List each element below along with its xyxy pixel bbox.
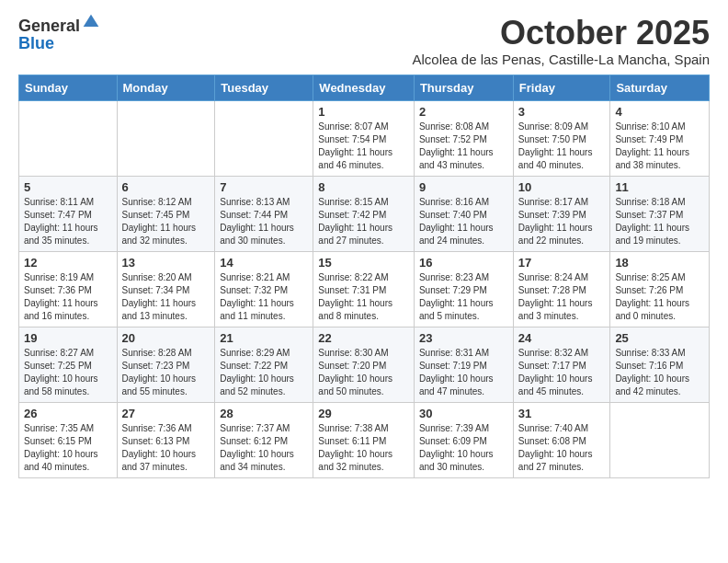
calendar-cell: 6Sunrise: 8:12 AM Sunset: 7:45 PM Daylig… [117, 176, 215, 251]
day-info: Sunrise: 8:08 AM Sunset: 7:52 PM Dayligh… [419, 121, 508, 172]
day-info: Sunrise: 8:33 AM Sunset: 7:16 PM Dayligh… [615, 347, 704, 398]
day-number: 21 [220, 331, 308, 345]
week-row-1: 5Sunrise: 8:11 AM Sunset: 7:47 PM Daylig… [19, 176, 710, 251]
week-row-3: 19Sunrise: 8:27 AM Sunset: 7:25 PM Dayli… [19, 327, 710, 402]
calendar-cell: 30Sunrise: 7:39 AM Sunset: 6:09 PM Dayli… [414, 402, 513, 477]
day-number: 20 [122, 331, 210, 345]
calendar-cell: 14Sunrise: 8:21 AM Sunset: 7:32 PM Dayli… [215, 251, 313, 327]
calendar-cell: 28Sunrise: 7:37 AM Sunset: 6:12 PM Dayli… [215, 402, 313, 477]
day-info: Sunrise: 8:23 AM Sunset: 7:29 PM Dayligh… [419, 271, 508, 323]
day-info: Sunrise: 8:07 AM Sunset: 7:54 PM Dayligh… [318, 121, 409, 172]
calendar-cell: 4Sunrise: 8:10 AM Sunset: 7:49 PM Daylig… [610, 100, 710, 176]
day-number: 14 [220, 256, 308, 270]
day-info: Sunrise: 8:15 AM Sunset: 7:42 PM Dayligh… [318, 196, 409, 247]
day-info: Sunrise: 8:22 AM Sunset: 7:31 PM Dayligh… [318, 271, 409, 323]
calendar-cell: 3Sunrise: 8:09 AM Sunset: 7:50 PM Daylig… [513, 100, 610, 176]
day-number: 13 [122, 256, 210, 270]
day-number: 7 [220, 180, 308, 194]
day-number: 15 [318, 256, 409, 270]
calendar-cell: 18Sunrise: 8:25 AM Sunset: 7:26 PM Dayli… [610, 251, 710, 327]
day-info: Sunrise: 8:12 AM Sunset: 7:45 PM Dayligh… [122, 196, 210, 247]
logo-general: General [18, 15, 100, 35]
calendar-cell: 17Sunrise: 8:24 AM Sunset: 7:28 PM Dayli… [513, 251, 610, 327]
day-info: Sunrise: 8:30 AM Sunset: 7:20 PM Dayligh… [318, 347, 409, 398]
calendar-cell: 24Sunrise: 8:32 AM Sunset: 7:17 PM Dayli… [513, 327, 610, 402]
day-info: Sunrise: 8:19 AM Sunset: 7:36 PM Dayligh… [24, 271, 112, 323]
day-info: Sunrise: 7:35 AM Sunset: 6:15 PM Dayligh… [24, 422, 112, 474]
day-number: 28 [220, 407, 308, 420]
calendar-cell: 12Sunrise: 8:19 AM Sunset: 7:36 PM Dayli… [19, 251, 118, 327]
page: General Blue October 2025 Alcolea de las… [0, 0, 728, 563]
calendar-cell [215, 100, 313, 176]
day-number: 17 [518, 256, 606, 270]
logo-text-general: General [18, 17, 80, 35]
month-title: October 2025 [412, 15, 710, 52]
calendar-cell: 20Sunrise: 8:28 AM Sunset: 7:23 PM Dayli… [117, 327, 215, 402]
header-tuesday: Tuesday [215, 75, 313, 100]
day-number: 16 [419, 256, 508, 270]
calendar-cell: 26Sunrise: 7:35 AM Sunset: 6:15 PM Dayli… [19, 402, 118, 477]
calendar-cell [610, 402, 710, 477]
calendar-cell: 9Sunrise: 8:16 AM Sunset: 7:40 PM Daylig… [414, 176, 513, 251]
day-number: 5 [24, 180, 112, 194]
day-number: 30 [419, 407, 508, 420]
day-info: Sunrise: 8:16 AM Sunset: 7:40 PM Dayligh… [419, 196, 508, 247]
day-info: Sunrise: 7:40 AM Sunset: 6:08 PM Dayligh… [518, 422, 606, 474]
day-number: 1 [318, 105, 409, 119]
day-number: 8 [318, 180, 409, 194]
day-number: 12 [24, 256, 112, 270]
calendar-cell [19, 100, 118, 176]
calendar-cell: 11Sunrise: 8:18 AM Sunset: 7:37 PM Dayli… [610, 176, 710, 251]
calendar-cell: 10Sunrise: 8:17 AM Sunset: 7:39 PM Dayli… [513, 176, 610, 251]
day-number: 19 [24, 331, 112, 345]
logo: General Blue [18, 15, 100, 52]
logo-text-blue: Blue [18, 35, 54, 52]
day-number: 26 [24, 407, 112, 420]
day-info: Sunrise: 8:11 AM Sunset: 7:47 PM Dayligh… [24, 196, 112, 247]
calendar: SundayMondayTuesdayWednesdayThursdayFrid… [18, 75, 710, 478]
day-number: 10 [518, 180, 606, 194]
calendar-cell: 31Sunrise: 7:40 AM Sunset: 6:08 PM Dayli… [513, 402, 610, 477]
day-number: 4 [615, 105, 704, 119]
day-info: Sunrise: 7:37 AM Sunset: 6:12 PM Dayligh… [220, 422, 308, 474]
calendar-header-row: SundayMondayTuesdayWednesdayThursdayFrid… [19, 75, 710, 100]
day-number: 27 [122, 407, 210, 420]
week-row-2: 12Sunrise: 8:19 AM Sunset: 7:36 PM Dayli… [19, 251, 710, 327]
calendar-cell: 29Sunrise: 7:38 AM Sunset: 6:11 PM Dayli… [313, 402, 415, 477]
day-number: 2 [419, 105, 508, 119]
day-info: Sunrise: 8:09 AM Sunset: 7:50 PM Dayligh… [518, 121, 606, 172]
day-info: Sunrise: 7:38 AM Sunset: 6:11 PM Dayligh… [318, 422, 409, 474]
day-info: Sunrise: 8:18 AM Sunset: 7:37 PM Dayligh… [615, 196, 704, 247]
day-info: Sunrise: 8:20 AM Sunset: 7:34 PM Dayligh… [122, 271, 210, 323]
calendar-cell: 27Sunrise: 7:36 AM Sunset: 6:13 PM Dayli… [117, 402, 215, 477]
header-sunday: Sunday [19, 75, 118, 100]
day-info: Sunrise: 8:21 AM Sunset: 7:32 PM Dayligh… [220, 271, 308, 323]
title-block: October 2025 Alcolea de las Penas, Casti… [412, 15, 710, 67]
header-saturday: Saturday [610, 75, 710, 100]
day-info: Sunrise: 8:31 AM Sunset: 7:19 PM Dayligh… [419, 347, 508, 398]
day-number: 25 [615, 331, 704, 345]
day-number: 23 [419, 331, 508, 345]
subtitle: Alcolea de las Penas, Castille-La Mancha… [412, 52, 710, 67]
day-info: Sunrise: 8:17 AM Sunset: 7:39 PM Dayligh… [518, 196, 606, 247]
calendar-cell: 21Sunrise: 8:29 AM Sunset: 7:22 PM Dayli… [215, 327, 313, 402]
calendar-cell: 8Sunrise: 8:15 AM Sunset: 7:42 PM Daylig… [313, 176, 415, 251]
day-info: Sunrise: 7:36 AM Sunset: 6:13 PM Dayligh… [122, 422, 210, 474]
calendar-cell: 2Sunrise: 8:08 AM Sunset: 7:52 PM Daylig… [414, 100, 513, 176]
day-info: Sunrise: 8:28 AM Sunset: 7:23 PM Dayligh… [122, 347, 210, 398]
day-number: 24 [518, 331, 606, 345]
calendar-cell: 13Sunrise: 8:20 AM Sunset: 7:34 PM Dayli… [117, 251, 215, 327]
calendar-cell: 5Sunrise: 8:11 AM Sunset: 7:47 PM Daylig… [19, 176, 118, 251]
day-info: Sunrise: 8:27 AM Sunset: 7:25 PM Dayligh… [24, 347, 112, 398]
day-number: 31 [518, 407, 606, 420]
calendar-cell: 23Sunrise: 8:31 AM Sunset: 7:19 PM Dayli… [414, 327, 513, 402]
calendar-cell [117, 100, 215, 176]
day-info: Sunrise: 8:10 AM Sunset: 7:49 PM Dayligh… [615, 121, 704, 172]
day-number: 11 [615, 180, 704, 194]
logo-icon [82, 13, 100, 31]
calendar-cell: 25Sunrise: 8:33 AM Sunset: 7:16 PM Dayli… [610, 327, 710, 402]
header-wednesday: Wednesday [313, 75, 415, 100]
week-row-0: 1Sunrise: 8:07 AM Sunset: 7:54 PM Daylig… [19, 100, 710, 176]
day-number: 18 [615, 256, 704, 270]
calendar-cell: 19Sunrise: 8:27 AM Sunset: 7:25 PM Dayli… [19, 327, 118, 402]
